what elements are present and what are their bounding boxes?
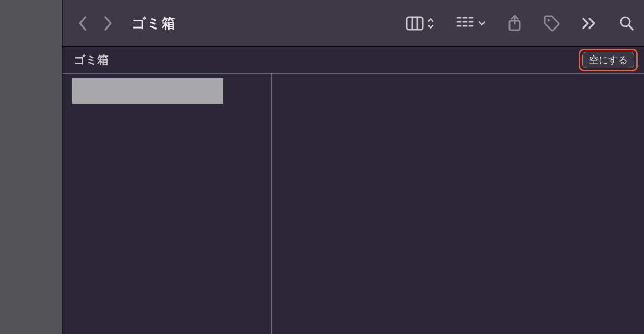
toolbar-right xyxy=(406,15,635,32)
chevron-down-icon xyxy=(478,20,486,26)
search-icon xyxy=(619,15,635,32)
svg-rect-0 xyxy=(407,17,423,30)
chevron-right-icon xyxy=(103,16,113,31)
column-view-button[interactable] xyxy=(406,16,434,31)
share-icon xyxy=(507,15,522,32)
tag-icon xyxy=(543,15,560,32)
back-button[interactable] xyxy=(78,16,87,31)
nav-buttons xyxy=(78,16,113,31)
content-area xyxy=(62,74,644,334)
preview-column xyxy=(272,74,644,334)
svg-line-16 xyxy=(629,25,633,30)
list-item[interactable] xyxy=(72,78,223,104)
empty-button-highlight: 空にする xyxy=(579,49,638,71)
empty-trash-button[interactable]: 空にする xyxy=(582,52,634,68)
sidebar xyxy=(0,0,62,334)
svg-point-14 xyxy=(548,19,550,21)
window-title: ゴミ箱 xyxy=(132,14,176,33)
column-view-icon xyxy=(406,16,424,31)
forward-button[interactable] xyxy=(103,16,113,31)
share-button[interactable] xyxy=(507,15,522,32)
double-chevron-right-icon xyxy=(582,17,597,30)
tags-button[interactable] xyxy=(543,15,560,32)
search-button[interactable] xyxy=(619,15,635,32)
chevron-left-icon xyxy=(78,16,87,31)
app-window: ゴミ箱 xyxy=(0,0,644,334)
toolbar-left: ゴミ箱 xyxy=(78,14,176,33)
grid-group-icon xyxy=(455,16,475,31)
toolbar: ゴミ箱 xyxy=(62,0,644,47)
main-area: ゴミ箱 xyxy=(62,0,644,334)
file-list-column xyxy=(63,74,272,334)
location-title: ゴミ箱 xyxy=(74,52,109,68)
more-button[interactable] xyxy=(582,17,597,30)
up-down-chevron-icon xyxy=(427,17,434,30)
path-bar: ゴミ箱 空にする xyxy=(62,47,644,74)
group-view-button[interactable] xyxy=(455,16,486,31)
